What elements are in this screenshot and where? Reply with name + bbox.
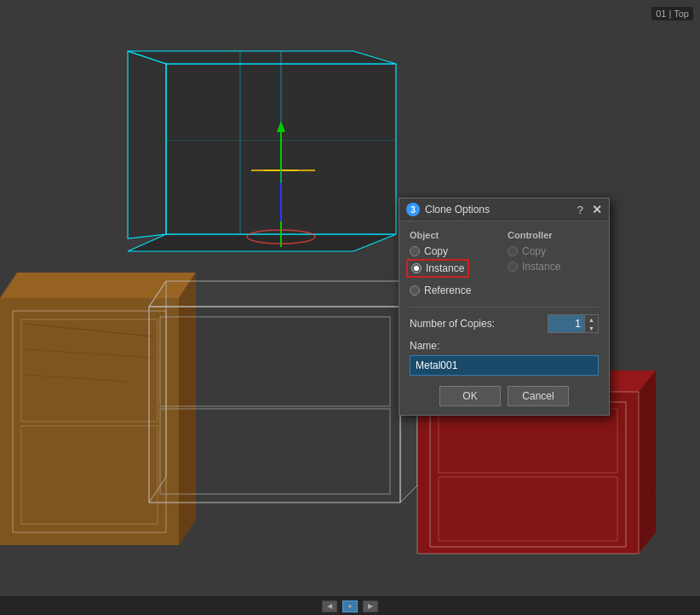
ctrl-radio-instance[interactable]: Instance — [508, 261, 599, 273]
svg-marker-12 — [149, 281, 417, 307]
viewport-label: 01 | Top — [651, 7, 693, 20]
dialog-title: Clone Options — [425, 204, 490, 216]
radio-reference-circle — [410, 285, 420, 296]
spinner-up[interactable]: ▲ — [585, 315, 598, 324]
titlebar-left: 3 Clone Options — [406, 203, 490, 216]
nav-icon-1[interactable]: ◀ — [322, 601, 337, 612]
radio-reference-label: Reference — [424, 285, 471, 296]
object-column: Object Copy Instance — [410, 230, 501, 296]
spinner-arrows: ▲ ▼ — [584, 315, 598, 332]
bottom-status-bar: ◀ ● ▶ — [0, 596, 700, 615]
num-copies-spinner[interactable]: 1 ▲ ▼ — [548, 314, 599, 333]
name-input[interactable] — [410, 355, 599, 376]
svg-marker-29 — [128, 51, 166, 239]
cancel-button[interactable]: Cancel — [508, 386, 569, 406]
radio-copy-label: Copy — [424, 245, 448, 257]
instance-highlight-box: Instance — [406, 259, 469, 278]
svg-marker-28 — [128, 51, 396, 64]
ctrl-radio-instance-label: Instance — [522, 261, 560, 273]
clone-options-dialog: 3 Clone Options ? ✕ Object Copy — [399, 198, 610, 416]
nav-icon-active[interactable]: ● — [342, 601, 358, 612]
viewport: 01 | Top 3 Clone Options ? ✕ Object — [0, 0, 700, 596]
options-columns: Object Copy Instance — [410, 230, 599, 296]
ctrl-radio-copy-circle — [508, 246, 518, 256]
svg-rect-11 — [149, 307, 400, 503]
dialog-help-button[interactable]: ? — [577, 204, 583, 216]
separator-1 — [410, 307, 599, 308]
dialog-buttons: OK Cancel — [410, 386, 599, 406]
controller-radio-group: Copy Instance — [508, 245, 599, 273]
ok-button[interactable]: OK — [439, 386, 501, 406]
nav-icon-2[interactable]: ▶ — [363, 601, 378, 612]
name-label: Name: — [410, 340, 599, 352]
nav-icons: ◀ ● ▶ — [322, 601, 378, 612]
radio-copy-circle — [410, 246, 420, 256]
num-copies-label: Number of Copies: — [410, 318, 495, 330]
radio-instance-label: Instance — [426, 262, 464, 274]
spinner-down[interactable]: ▼ — [585, 324, 598, 332]
radio-instance-circle — [411, 263, 422, 273]
controller-column: Controller Copy Instance — [508, 230, 599, 296]
radio-copy[interactable]: Copy — [410, 245, 501, 257]
num-copies-row: Number of Copies: 1 ▲ ▼ — [410, 314, 599, 333]
object-label: Object — [410, 230, 501, 240]
ctrl-radio-copy[interactable]: Copy — [508, 245, 599, 257]
dialog-titlebar[interactable]: 3 Clone Options ? ✕ — [399, 198, 609, 221]
radio-reference[interactable]: Reference — [410, 285, 501, 296]
titlebar-right: ? ✕ — [577, 203, 602, 216]
ctrl-radio-instance-circle — [508, 262, 518, 272]
dialog-body: Object Copy Instance — [399, 221, 609, 415]
object-radio-group: Copy Instance Reference — [410, 245, 501, 296]
dialog-close-button[interactable]: ✕ — [592, 203, 602, 216]
controller-label: Controller — [508, 230, 599, 240]
ctrl-radio-copy-label: Copy — [522, 245, 546, 257]
radio-instance[interactable]: Instance — [410, 261, 501, 276]
svg-marker-21 — [639, 371, 656, 554]
spinner-value: 1 — [548, 315, 584, 332]
name-section: Name: — [410, 340, 599, 376]
dialog-app-icon: 3 — [406, 203, 420, 216]
